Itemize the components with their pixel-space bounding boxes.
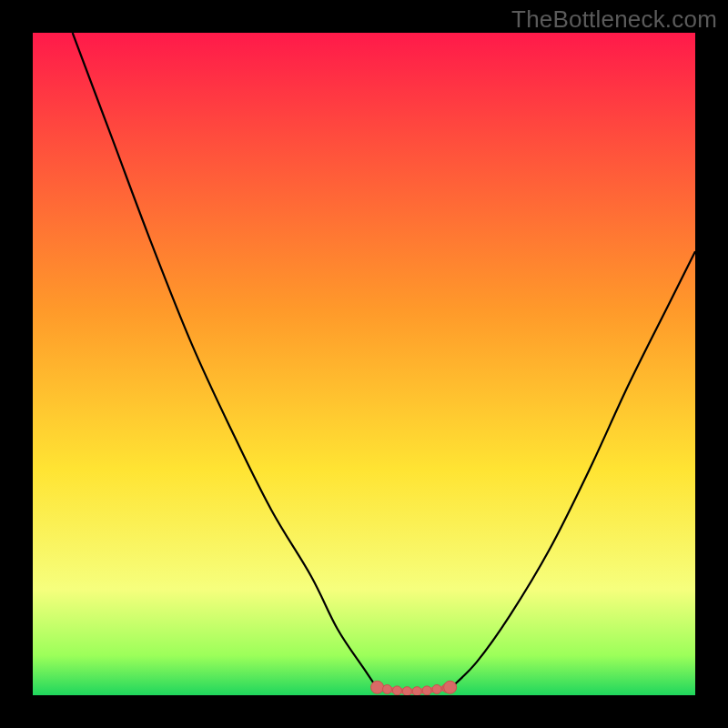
floor-marker-dot (392, 686, 401, 695)
floor-marker-dot (412, 687, 421, 695)
floor-marker-dot (444, 681, 457, 693)
curve-right-branch (450, 251, 695, 688)
attribution-label: TheBottleneck.com (511, 5, 717, 34)
floor-markers-group (371, 681, 457, 695)
floor-marker-dot (422, 686, 431, 695)
floor-marker-dot (382, 684, 391, 693)
floor-marker-dot (371, 681, 384, 693)
curve-layer (33, 33, 695, 695)
floor-marker-dot (432, 684, 441, 693)
curve-left-branch (73, 33, 378, 689)
plot-area (33, 33, 695, 695)
floor-marker-dot (402, 687, 411, 695)
chart-frame: TheBottleneck.com (0, 0, 728, 728)
